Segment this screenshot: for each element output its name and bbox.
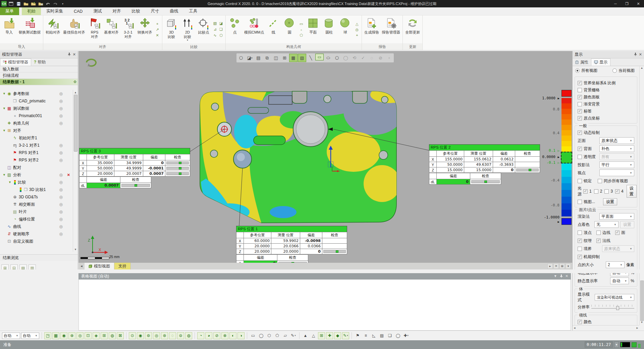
texture-checkbox[interactable] <box>578 239 582 243</box>
sync-views-checkbox[interactable] <box>598 179 602 183</box>
bottom-tool-icon-6-4[interactable]: ▤ <box>378 332 385 339</box>
static-rate-select[interactable]: 自动▼ <box>610 278 629 284</box>
view-option-checkbox[interactable] <box>578 102 582 106</box>
render-method-select[interactable]: 平直面▼ <box>599 213 634 220</box>
bottom-tool-icon-1-5[interactable]: ◎ <box>76 332 84 339</box>
projection-select[interactable]: 平行▼ <box>599 161 634 168</box>
tab-add-icon[interactable]: ⊞ <box>559 263 565 269</box>
tab-properties[interactable]: 属性 <box>573 58 591 66</box>
tree-item-15[interactable]: ⊕3D GD&Ts◎ <box>0 193 73 201</box>
close-panel-icon[interactable]: ✕ <box>566 274 568 279</box>
tab-support[interactable]: 支持 <box>114 263 131 269</box>
transparency-checkbox[interactable] <box>578 155 582 159</box>
tab-next-icon[interactable]: ▸ <box>547 263 553 269</box>
scroll-down-icon[interactable]: ▼ <box>641 321 643 325</box>
visibility-eye-icon[interactable]: ◎ <box>59 224 63 229</box>
pin-icon[interactable] <box>560 274 563 279</box>
bottom-tool-icon-2-7[interactable]: ⊜ <box>177 332 184 339</box>
scroll-thumb[interactable] <box>74 95 77 152</box>
mini-tool-icon[interactable]: ∿ <box>212 33 218 38</box>
scroll-down-icon[interactable]: ▼ <box>74 247 77 252</box>
bottom-tool-icon-3-5[interactable]: ◐ <box>229 332 236 339</box>
bottom-select-2[interactable]: 自动▼ <box>21 333 39 339</box>
section-result-data[interactable]: 结果数据 - 1 ⟐ <box>0 79 78 85</box>
tree-item-8[interactable]: ɱ3-2-1 对齐1◎ <box>0 142 73 149</box>
slider-knob[interactable] <box>616 306 619 310</box>
bottom-tool-icon-1-2[interactable]: ▦ <box>52 332 59 339</box>
ribbon-button-repmgr[interactable]: 报告管理器 <box>381 16 401 43</box>
mini-tool-icon[interactable]: ⬡ <box>218 33 224 38</box>
bottom-select-1[interactable]: 自动▼ <box>2 333 20 339</box>
mini-tool-icon[interactable]: ❏ <box>218 27 224 32</box>
ribbon-tab-1[interactable]: 菜单 <box>0 7 19 15</box>
tree-item-10[interactable]: ⚑RPS 对齐2◎ <box>0 156 73 164</box>
visibility-eye-icon[interactable]: ◎ <box>59 217 63 221</box>
edge-checkbox[interactable] <box>596 231 601 235</box>
ribbon-button-replace[interactable]: 替换测试数据 <box>17 16 42 43</box>
ribbon-button-cyl[interactable]: 圆柱 <box>321 16 337 43</box>
mini-tool-icon[interactable]: ✕ <box>154 33 160 38</box>
bottom-tool-icon-6-5[interactable]: ❏ <box>386 332 393 339</box>
mini-tool-icon[interactable]: ◎ <box>354 27 360 33</box>
ribbon-button-pts[interactable]: 点 <box>227 16 243 43</box>
tab-display[interactable]: 显示 <box>591 58 610 66</box>
bottom-tool-icon-6-3[interactable]: ◺ <box>370 332 377 339</box>
bottom-tool-icon-3-4[interactable]: ⊗ <box>221 332 228 339</box>
bottom-tool-icon-3-3[interactable]: ⊘ <box>213 332 220 339</box>
mini-tool-icon[interactable]: ⬠ <box>298 33 304 38</box>
tab-model-manager[interactable]: 模型管理器 <box>0 58 31 66</box>
ribbon-tab-2[interactable]: 初始 <box>22 7 41 15</box>
tree-item-21[interactable]: ⊡自定义视图 <box>0 238 73 245</box>
tree-item-2[interactable]: ❒CAD_prismatic◎ <box>0 97 73 105</box>
visibility-eye-icon[interactable]: ◎ <box>59 232 63 236</box>
ribbon-button-transform[interactable]: 转换对齐 <box>137 16 153 43</box>
ribbon-tab-5[interactable]: 测试 <box>88 7 107 15</box>
bottom-tool-icon-5-1[interactable]: ▲ <box>302 332 309 339</box>
boundary-checkbox[interactable] <box>578 247 582 251</box>
tab-close-icon[interactable]: ✕ <box>553 263 559 269</box>
scroll-thumb[interactable] <box>640 281 644 321</box>
expander-icon[interactable]: ▼ <box>2 92 6 95</box>
mini-tool-icon[interactable]: ▧ <box>212 21 218 26</box>
scroll-up-icon[interactable]: ▲ <box>641 66 643 71</box>
tree-item-9[interactable]: ⚑RPS 对齐1◎ <box>0 149 73 156</box>
bottom-tool-icon-1-1[interactable]: ◳ <box>44 332 51 339</box>
viewpoint-select[interactable]: ▼ <box>599 169 634 176</box>
ribbon-button-c3d[interactable]: 3D 比较 <box>164 16 179 43</box>
ribbon-button-plane[interactable]: 平面 <box>305 16 321 43</box>
tree-item-11[interactable]: ◫配对 <box>0 164 73 171</box>
tree-item-5[interactable]: ❖构造几何◎ <box>0 119 73 127</box>
mini-tool-icon[interactable]: ⌖ <box>154 21 160 27</box>
open-folder-icon[interactable] <box>23 1 29 6</box>
table-view-header[interactable]: 表格视图 (自动) ▼ ✕ <box>78 273 571 280</box>
bottom-tool-icon-4-1[interactable]: ▭ <box>250 332 257 339</box>
bottom-tool-icon-3-1[interactable]: ◔ <box>197 332 204 339</box>
light-3-checkbox[interactable] <box>604 189 609 194</box>
section-scan-process[interactable]: 扫描流程 <box>0 72 78 79</box>
ribbon-button-import[interactable]: 导入 <box>1 16 17 43</box>
close-panel-icon[interactable]: ✕ <box>73 52 76 57</box>
tree-item-16[interactable]: ⇈相交断面◎ <box>0 201 73 208</box>
radio-all-views[interactable] <box>575 68 580 73</box>
bottom-tool-icon-2-4[interactable]: ◎ <box>153 332 160 339</box>
bottom-tool-icon-1-8[interactable]: ⊞ <box>101 332 108 339</box>
light-2-checkbox[interactable] <box>594 189 598 194</box>
light-4-checkbox[interactable] <box>615 189 620 194</box>
bottom-tool-icon-2-2[interactable]: ◉ <box>137 332 144 339</box>
light-setting-button[interactable]: 设置 <box>627 185 637 198</box>
region-color-checkbox[interactable] <box>578 320 582 324</box>
ribbon-button-cpt[interactable]: 比较点 <box>196 16 211 43</box>
bottom-tool-icon-4-4[interactable]: ⬠ <box>274 332 281 339</box>
mini-tool-icon[interactable]: ◪ <box>218 21 224 26</box>
tree-item-3[interactable]: ▼▦测试数据◎ <box>0 105 73 112</box>
visibility-eye-icon[interactable]: ◎ <box>59 143 63 148</box>
collapse-icon[interactable]: ⟐ <box>73 80 76 84</box>
minimize-button[interactable]: ─ <box>610 0 621 7</box>
expander-icon[interactable]: ▼ <box>2 129 6 132</box>
tree-item-7[interactable]: ϟ初始对齐1 <box>0 134 73 142</box>
ribbon-tab-10[interactable]: 工具 <box>183 7 203 15</box>
mini-tool-icon[interactable]: ↗ <box>154 27 160 33</box>
viewport-grid-checkbox[interactable] <box>578 200 582 204</box>
tree-item-13[interactable]: ▼比较◎ <box>0 179 73 186</box>
visibility-eye-icon[interactable]: ◎ <box>59 91 63 96</box>
